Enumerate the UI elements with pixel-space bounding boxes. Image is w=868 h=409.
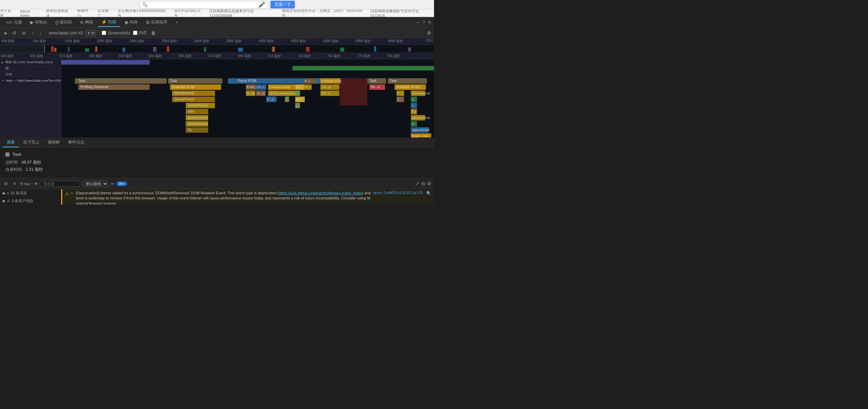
flame-label-1 — [0, 84, 61, 90]
link-culture: 网络文化经营许可证：京网文〔2023〕1034-029号 — [282, 8, 365, 18]
search-icon: 🔍 — [142, 2, 148, 7]
screenshots-checkbox[interactable] — [102, 31, 106, 35]
bottom-tabs: 摘要 自下而上 调用树 事件日志 — [0, 137, 434, 148]
svg-text:Co...pt: Co...pt — [322, 85, 331, 89]
devtools-right-controls: ⋯ ? ✕ — [416, 20, 431, 25]
console-level-select[interactable]: 默认级别 — [83, 180, 108, 187]
tab-summary[interactable]: 摘要 — [3, 138, 19, 147]
help-icon[interactable]: ? — [423, 20, 425, 25]
memory-checkbox[interactable] — [133, 31, 137, 35]
dtick-734: 734 毫秒 — [298, 54, 311, 59]
tab-sources[interactable]: {} 源代码 — [52, 18, 76, 27]
url-label: www.baidu.com #2 — [49, 31, 83, 35]
link-icp: 京ICP证030173号 — [174, 8, 204, 18]
screenshots-checkbox-label[interactable]: Screenshots — [102, 31, 130, 35]
memory-checkbox-label[interactable]: 内存 — [133, 30, 147, 36]
console-clear-button[interactable]: ⊘ — [3, 180, 9, 187]
link-terms[interactable]: 使用百度前必读 — [46, 8, 72, 18]
browser-search-bar[interactable]: 🔍 🎤 — [139, 1, 268, 9]
baidu-search-button[interactable]: 百度一下 — [270, 1, 295, 9]
tab-call-tree[interactable]: 调用树 — [44, 138, 64, 147]
timeline-detail-ticks: 534 毫秒 554 毫秒 574 毫秒 594 毫秒 614 毫秒 634 毫… — [0, 53, 434, 59]
tick-5494: 5494 毫秒 — [323, 39, 338, 44]
record-button[interactable]: ● — [3, 30, 8, 36]
download-button[interactable]: ↓ — [38, 30, 43, 36]
expand-btn-1[interactable]: ▶ — [71, 191, 74, 196]
summary-title: Task — [5, 152, 429, 157]
flame-label-7 — [0, 120, 61, 127]
tab-memory[interactable]: ◉ 内存 — [121, 18, 141, 27]
console-filter-input[interactable] — [39, 181, 80, 187]
link-about-en[interactable]: About Baidu — [20, 9, 40, 17]
link-help[interactable]: 帮助中心 — [77, 8, 92, 18]
task-color-indicator — [5, 152, 10, 157]
tab-network[interactable]: ≋ 网络 — [77, 18, 97, 27]
svg-text:(anonymous): (anonymous) — [174, 97, 194, 101]
close-icon[interactable]: ✕ — [428, 20, 431, 25]
top-filter-label[interactable]: top — [24, 182, 30, 186]
link-about[interactable]: 关于百度 — [0, 8, 15, 18]
tab-bottom-up[interactable]: 自下而上 — [19, 138, 44, 147]
svg-text:Sn: Sn — [188, 128, 192, 132]
upload-button[interactable]: ↑ — [30, 30, 35, 36]
link-broadcast: 信息网络传播视听节目许可证 0110516 — [370, 9, 434, 18]
svg-text:i: i — [296, 104, 297, 107]
browser-top-bar: 🔍 🎤 百度一下 — [0, 0, 434, 10]
link-enterprise[interactable]: 企业推广 — [98, 8, 113, 18]
console-icon: ▶ — [30, 20, 34, 25]
url-dropdown[interactable]: ▾ — [86, 30, 96, 36]
deprecation-source[interactable]: jquery-1.edb203c114.10.2.js:139 — [373, 191, 423, 195]
svg-rect-9 — [238, 48, 243, 52]
devtools-toolbar: ● ↺ ⊘ ↑ ↓ www.baidu.com #2 ▾ Screenshots… — [0, 28, 434, 38]
clear-button[interactable]: ⊘ — [20, 30, 27, 36]
svg-rect-4 — [95, 47, 97, 52]
flame-chart-area[interactable]: ▶ 网络 idu.com/ (www.baidu.com) 检 计时 ▼ Mai… — [0, 59, 434, 137]
main-expand-icon[interactable]: ▼ — [1, 79, 4, 82]
memory-icon: ◉ — [124, 20, 128, 25]
more-options-icon[interactable]: ⋯ — [416, 20, 420, 25]
sidebar-all-messages[interactable]: ▶ ≡ 10 条消息 — [0, 189, 61, 197]
network-expand-icon[interactable]: ▶ — [1, 61, 4, 64]
sidebar-user-messages[interactable]: ▶ ⚠ 3 条用户消息 — [0, 197, 61, 204]
console-messages: ⚠ ▶ [Deprecation]Listener added for a sy… — [61, 189, 434, 204]
console-right-controls: ⤢ ⊟ ⚙ — [416, 181, 431, 186]
console-list-button[interactable]: ≡ — [12, 180, 17, 187]
filter-section: ⊘ top ▾ 👁 — [20, 181, 80, 187]
tab-performance[interactable]: ⚡ 性能 — [98, 18, 120, 27]
tab-console[interactable]: ▶ 控制台 — [27, 18, 51, 27]
svg-rect-6 — [153, 47, 156, 52]
console-sidebar: ▶ ≡ 10 条消息 ▶ ⚠ 3 条用户消息 ▶ ✕ 2 个错误 ▶ ⚠ 2 个… — [0, 189, 61, 204]
svg-rect-18 — [293, 66, 434, 70]
tick-5994: 5994 毫秒 — [355, 39, 371, 44]
svg-rect-8 — [204, 47, 206, 52]
flame-left-panel: ▶ 网络 idu.com/ (www.baidu.com) 检 计时 ▼ Mai… — [0, 59, 61, 137]
svg-text:Task: Task — [170, 79, 178, 83]
reload-button[interactable]: ↺ — [11, 30, 18, 36]
dtick-714: 714 毫秒 — [268, 54, 281, 59]
settings-icon[interactable]: ⚙ — [427, 30, 431, 36]
total-time-stat: 总时间 48.97 毫秒 — [5, 160, 429, 165]
console-expand-icon[interactable]: ⤢ — [416, 181, 419, 186]
svg-text:C...: C... — [397, 98, 402, 101]
deprecation-link[interactable]: https://w3c.github.io/uievents/#legacy-e… — [279, 191, 362, 195]
network-row-label: ▶ 网络 idu.com/ (www.baidu.com) — [0, 59, 61, 65]
svg-text:Re...e: Re...e — [371, 85, 380, 89]
console-message-count-badge: 99+ — [116, 181, 128, 186]
tab-application[interactable]: ⊞ 应用程序 — [143, 18, 171, 27]
delete-recording-button[interactable]: 🗑 — [150, 30, 157, 36]
list-icon: ≡ — [7, 191, 9, 195]
svg-text:L: L — [412, 104, 414, 107]
console-dock-icon[interactable]: ⊟ — [421, 181, 425, 186]
eye-icon[interactable]: 👁 — [34, 182, 38, 186]
tick-194: 194 毫秒 — [33, 39, 46, 44]
tab-elements[interactable]: </> 元素 — [3, 18, 26, 27]
svg-rect-15 — [0, 45, 44, 53]
flame-chart-content[interactable]: FP FCP Task Profiling Overhead Task Eval… — [61, 59, 434, 137]
console-settings-icon[interactable]: ⚙ — [427, 181, 431, 186]
summary-panel: Task 总时间 48.97 毫秒 自身时间 1.31 毫秒 — [0, 148, 434, 178]
tab-event-log[interactable]: 事件日志 — [64, 138, 88, 147]
top-dropdown[interactable]: ▾ — [31, 181, 33, 186]
tick-6494: 6494 毫秒 — [388, 39, 403, 44]
tab-more[interactable]: + — [172, 19, 181, 26]
search-source-icon-1[interactable]: 🔍 — [426, 191, 431, 196]
